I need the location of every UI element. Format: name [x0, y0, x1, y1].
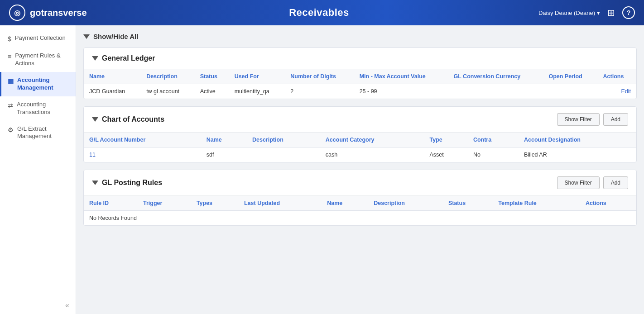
table-row: JCD Guardian tw gl account Active multie… [84, 84, 636, 99]
gl-posting-rules-header: GL Posting Rules Show Filter Add [84, 170, 636, 196]
general-ledger-thead: Name Description Status Used For Number … [84, 69, 636, 84]
user-menu[interactable]: Daisy Deane (Deane) ▾ [538, 10, 600, 16]
general-ledger-header: General Ledger [84, 48, 636, 69]
chart-of-accounts-title-row: Chart of Accounts [92, 115, 164, 124]
chart-of-accounts-title: Chart of Accounts [102, 115, 164, 124]
cell-min-max: 25 - 99 [354, 84, 448, 99]
sidebar-item-label: G/L Extract Management [17, 125, 69, 141]
col-template-rule: Template Rule [493, 196, 580, 211]
cell-description [247, 147, 320, 162]
sidebar-item-label: Payment Collection [15, 34, 66, 42]
gl-posting-rules-header-row: Rule ID Trigger Types Last Updated Name … [84, 196, 636, 211]
main-content: Show/Hide All General Ledger Name Descri… [76, 25, 644, 314]
general-ledger-header-row: Name Description Status Used For Number … [84, 69, 636, 84]
col-account-designation: Account Designation [519, 133, 636, 147]
col-name: Name [322, 196, 368, 211]
chart-of-accounts-table: G/L Account Number Name Description Acco… [84, 133, 636, 162]
sidebar-item-label: Accounting Management [17, 76, 69, 92]
sidebar-item-payment-collection[interactable]: $ Payment Collection [0, 30, 76, 48]
gl-posting-rules-show-filter-button[interactable]: Show Filter [557, 176, 600, 189]
sidebar-item-accounting-transactions[interactable]: ⇄ Accounting Transactions [0, 96, 76, 121]
col-name: Name [84, 69, 141, 84]
sidebar-item-accounting-management[interactable]: ▦ Accounting Management [0, 72, 76, 96]
chart-of-accounts-add-button[interactable]: Add [603, 113, 628, 126]
col-actions: Actions [580, 196, 636, 211]
sidebar-collapse-button[interactable]: « [0, 297, 76, 314]
cell-name: JCD Guardian [84, 84, 141, 99]
gl-posting-rules-thead: Rule ID Trigger Types Last Updated Name … [84, 196, 636, 211]
col-gl-conversion-currency: GL Conversion Currency [448, 69, 543, 84]
gl-posting-rules-body: Rule ID Trigger Types Last Updated Name … [84, 196, 636, 225]
gl-posting-rules-title: GL Posting Rules [102, 179, 162, 187]
user-dropdown-icon: ▾ [597, 10, 600, 16]
col-rule-id: Rule ID [84, 196, 138, 211]
show-hide-all[interactable]: Show/Hide All [83, 33, 637, 40]
gl-posting-rules-title-row: GL Posting Rules [92, 179, 162, 187]
gl-posting-rules-add-button[interactable]: Add [603, 176, 628, 189]
show-hide-label: Show/Hide All [93, 33, 138, 40]
chart-of-accounts-actions: Show Filter Add [557, 113, 628, 126]
col-description: Description [368, 196, 443, 211]
page-title: Receivables [100, 7, 538, 19]
general-ledger-body: Name Description Status Used For Number … [84, 69, 636, 99]
col-types: Types [191, 196, 239, 211]
col-status: Status [195, 69, 229, 84]
grid-icon[interactable]: ⊞ [607, 7, 615, 18]
general-ledger-table: Name Description Status Used For Number … [84, 69, 636, 99]
sidebar-item-gl-extract[interactable]: ⚙ G/L Extract Management [0, 121, 76, 145]
col-description: Description [247, 133, 320, 147]
show-hide-triangle-icon [83, 34, 90, 39]
col-min-max-account-value: Min - Max Account Value [354, 69, 448, 84]
chart-of-accounts-header: Chart of Accounts Show Filter Add [84, 107, 636, 133]
col-description: Description [141, 69, 195, 84]
list-icon: ≡ [8, 52, 11, 61]
col-account-category: Account Category [320, 133, 424, 147]
cell-contra: No [468, 147, 519, 162]
table-row: No Records Found [84, 211, 636, 226]
sidebar: $ Payment Collection ≡ Payment Rules & A… [0, 25, 76, 314]
gl-posting-rules-actions: Show Filter Add [557, 176, 628, 189]
chart-of-accounts-tbody: 11 sdf cash Asset No Billed AR [84, 147, 636, 162]
cell-used-for: multientity_qa [229, 84, 285, 99]
cell-account-designation: Billed AR [519, 147, 636, 162]
col-name: Name [201, 133, 247, 147]
gl-posting-rules-table: Rule ID Trigger Types Last Updated Name … [84, 196, 636, 225]
chart-of-accounts-section: Chart of Accounts Show Filter Add G/L Ac… [83, 106, 637, 162]
col-type: Type [424, 133, 467, 147]
col-open-period: Open Period [543, 69, 597, 84]
gear-icon: ⚙ [8, 126, 14, 134]
general-ledger-title: General Ledger [102, 54, 155, 62]
cell-gl-conversion-currency [448, 84, 543, 99]
user-name: Daisy Deane (Deane) [538, 10, 595, 16]
chart-of-accounts-body: G/L Account Number Name Description Acco… [84, 133, 636, 162]
col-trigger: Trigger [138, 196, 191, 211]
cell-type: Asset [424, 147, 467, 162]
general-ledger-collapse-icon[interactable] [92, 56, 98, 61]
cell-account-category: cash [320, 147, 424, 162]
logo-icon: ◎ [9, 5, 25, 21]
chart-of-accounts-header-row: G/L Account Number Name Description Acco… [84, 133, 636, 147]
dollar-icon: $ [8, 35, 11, 43]
col-contra: Contra [468, 133, 519, 147]
help-icon[interactable]: ? [622, 6, 635, 19]
gl-posting-rules-section: GL Posting Rules Show Filter Add Rule ID… [83, 170, 637, 226]
col-actions: Actions [598, 69, 636, 84]
general-ledger-tbody: JCD Guardian tw gl account Active multie… [84, 84, 636, 99]
cell-open-period [543, 84, 597, 99]
sidebar-item-payment-rules[interactable]: ≡ Payment Rules & Actions [0, 48, 76, 72]
general-ledger-title-row: General Ledger [92, 54, 155, 62]
cell-number-of-digits: 2 [285, 84, 354, 99]
col-status: Status [443, 196, 493, 211]
chart-of-accounts-show-filter-button[interactable]: Show Filter [557, 113, 600, 126]
logo[interactable]: ◎ gotransverse [9, 5, 100, 21]
layout: $ Payment Collection ≡ Payment Rules & A… [0, 25, 644, 314]
col-number-of-digits: Number of Digits [285, 69, 354, 84]
cell-status: Active [195, 84, 229, 99]
chart-of-accounts-collapse-icon[interactable] [92, 117, 98, 122]
cell-name: sdf [201, 147, 247, 162]
gl-posting-rules-collapse-icon[interactable] [92, 181, 98, 185]
edit-link[interactable]: Edit [598, 84, 636, 99]
cell-gl-account-number[interactable]: 11 [84, 147, 201, 162]
logo-text: gotransverse [30, 8, 87, 18]
general-ledger-section: General Ledger Name Description Status U… [83, 48, 637, 99]
